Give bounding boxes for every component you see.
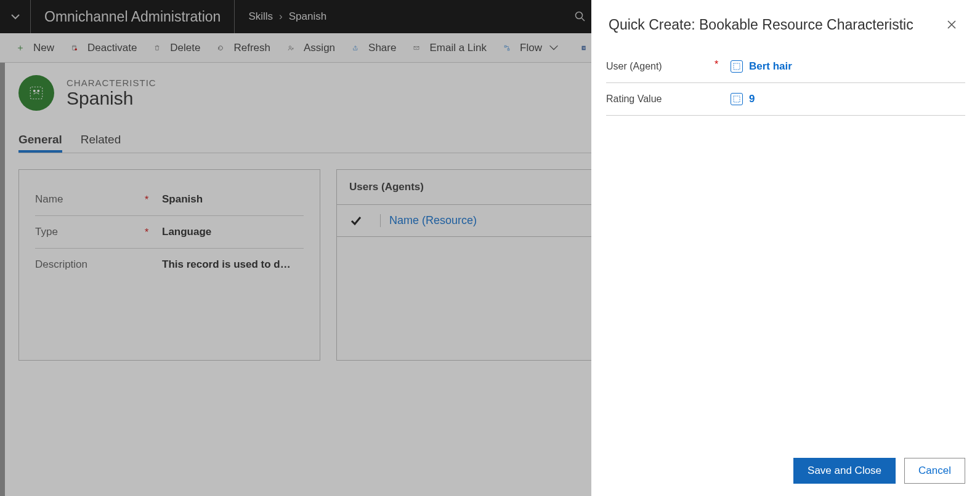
cmd-new-label: New xyxy=(33,42,54,54)
select-all-checkbox[interactable] xyxy=(349,214,380,228)
quick-create-panel: Quick Create: Bookable Resource Characte… xyxy=(591,0,980,496)
qc-user-text: Bert hair xyxy=(749,60,792,73)
entity-icon xyxy=(18,75,54,111)
deactivate-icon xyxy=(71,42,83,54)
value-name[interactable]: Spanish xyxy=(140,193,203,206)
chevron-down-icon xyxy=(548,42,559,54)
email-icon xyxy=(413,42,424,54)
svg-rect-13 xyxy=(734,63,740,70)
field-type[interactable]: Type * Language xyxy=(35,216,304,249)
label-description: Description xyxy=(35,258,140,271)
cmd-deactivate-label: Deactivate xyxy=(87,42,137,54)
cmd-email-label: Email a Link xyxy=(429,42,487,54)
required-indicator: * xyxy=(145,227,148,238)
qc-rating-text: 9 xyxy=(749,93,755,105)
chevron-down-icon xyxy=(10,12,20,22)
save-and-close-button[interactable]: Save and Close xyxy=(793,458,896,484)
refresh-icon xyxy=(217,42,229,54)
svg-point-11 xyxy=(33,90,35,92)
lookup-icon xyxy=(731,93,743,105)
nav-expand-button[interactable] xyxy=(0,0,31,33)
cmd-assign-label: Assign xyxy=(304,42,335,54)
app-name[interactable]: Omnichannel Administration xyxy=(31,0,235,33)
close-icon xyxy=(947,20,957,30)
svg-point-12 xyxy=(38,90,39,92)
search-icon xyxy=(575,11,586,22)
required-indicator: * xyxy=(715,59,718,70)
label-name: Name xyxy=(35,193,140,206)
cmd-share[interactable]: Share xyxy=(344,33,405,63)
qc-value-rating[interactable]: 9 xyxy=(711,93,755,105)
cancel-button[interactable]: Cancel xyxy=(904,458,965,484)
column-name-resource[interactable]: Name (Resource) xyxy=(380,214,477,227)
cmd-share-label: Share xyxy=(368,42,396,54)
svg-rect-7 xyxy=(508,49,509,50)
cmd-delete[interactable]: Delete xyxy=(145,33,209,63)
lookup-icon xyxy=(731,60,743,73)
search-button[interactable] xyxy=(575,11,586,22)
checkmark-icon xyxy=(349,214,363,228)
cmd-flow[interactable]: Flow xyxy=(495,33,573,63)
cmd-delete-label: Delete xyxy=(170,42,200,54)
cmd-refresh[interactable]: Refresh xyxy=(209,33,279,63)
record-title: Spanish xyxy=(67,88,156,109)
cmd-refresh-label: Refresh xyxy=(233,42,270,54)
quick-create-footer: Save and Close Cancel xyxy=(591,448,980,496)
breadcrumb-spanish[interactable]: Spanish xyxy=(289,10,326,23)
qc-label-rating: Rating Value xyxy=(606,94,711,105)
breadcrumb: Skills › Spanish xyxy=(235,10,326,23)
value-type[interactable]: Language xyxy=(140,226,211,238)
flow-icon xyxy=(504,42,515,54)
trash-icon xyxy=(154,42,165,54)
plus-icon xyxy=(17,42,28,54)
svg-text:W: W xyxy=(583,46,586,50)
qc-field-user-agent[interactable]: User (Agent) * Bert hair xyxy=(606,50,965,83)
svg-point-0 xyxy=(576,12,583,19)
tab-related[interactable]: Related xyxy=(81,129,121,153)
cmd-email-link[interactable]: Email a Link xyxy=(405,33,495,63)
svg-point-3 xyxy=(75,48,77,50)
scrollbar[interactable] xyxy=(0,63,5,496)
svg-point-4 xyxy=(289,46,291,47)
qc-value-user[interactable]: Bert hair xyxy=(711,60,792,73)
cmd-flow-label: Flow xyxy=(520,42,542,54)
cmd-assign[interactable]: Assign xyxy=(279,33,344,63)
form-section-general: Name * Spanish Type * Language Descripti… xyxy=(18,169,320,361)
field-description[interactable]: Description This record is used to defin xyxy=(35,249,304,281)
cmd-deactivate[interactable]: Deactivate xyxy=(63,33,145,63)
assign-icon xyxy=(288,42,299,54)
entity-label: CHARACTERISTIC xyxy=(67,78,156,88)
qc-label-user: User (Agent) xyxy=(606,61,711,72)
field-name[interactable]: Name * Spanish xyxy=(35,183,304,216)
quick-create-title: Quick Create: Bookable Resource Characte… xyxy=(609,17,913,33)
tab-general[interactable]: General xyxy=(18,129,62,153)
svg-rect-14 xyxy=(734,96,740,102)
svg-rect-6 xyxy=(504,46,506,47)
label-type: Type xyxy=(35,226,140,238)
qc-field-rating-value[interactable]: Rating Value 9 xyxy=(606,83,965,116)
value-description[interactable]: This record is used to defin xyxy=(140,258,294,271)
close-button[interactable] xyxy=(943,16,960,33)
breadcrumb-skills[interactable]: Skills xyxy=(248,10,273,23)
chevron-right-icon: › xyxy=(279,10,283,23)
share-icon xyxy=(352,42,363,54)
required-indicator: * xyxy=(145,194,148,206)
svg-line-1 xyxy=(582,18,585,22)
cmd-new[interactable]: New xyxy=(9,33,63,63)
